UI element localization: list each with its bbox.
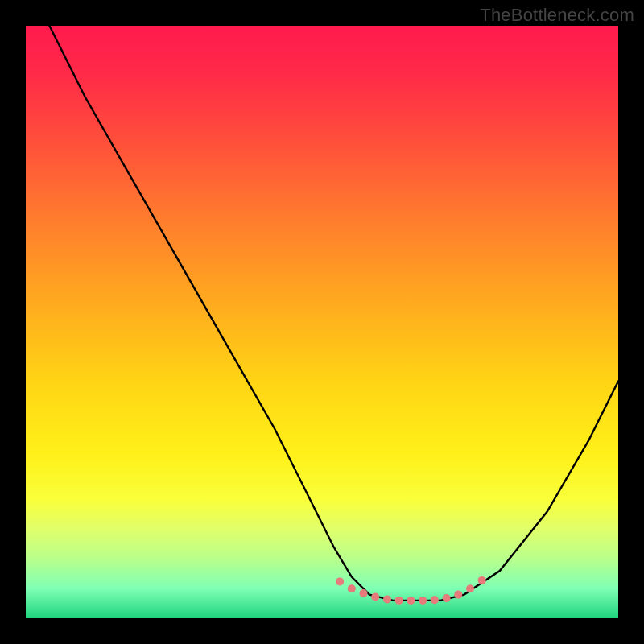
bottleneck-curve-path [49,26,618,601]
optimal-marker-dot [371,593,379,601]
bottleneck-curve-svg [26,26,618,618]
optimal-marker-dot [454,591,462,599]
optimal-marker-dot [348,584,356,592]
optimal-marker-dot [383,595,391,603]
optimal-marker-dot [431,596,439,604]
chart-frame: TheBottleneck.com [0,0,644,644]
optimal-marker-dot [360,589,368,597]
optimal-marker-dot [478,576,486,584]
optimal-marker-dot [443,594,451,602]
optimal-marker-dot [395,597,403,605]
optimal-region-markers [336,576,486,605]
optimal-marker-dot [407,597,415,605]
optimal-marker-dot [466,584,474,592]
optimal-marker-dot [419,597,427,605]
watermark-text: TheBottleneck.com [480,5,634,26]
optimal-marker-dot [336,577,344,585]
